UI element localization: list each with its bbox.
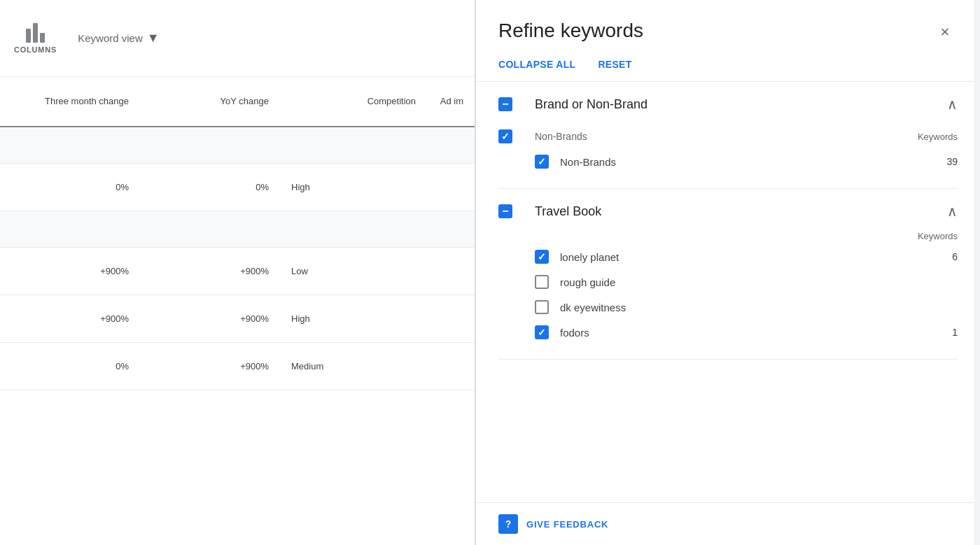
right-panel: Refine keywords × COLLAPSE ALL RESET − B… bbox=[476, 0, 980, 545]
td bbox=[0, 127, 140, 163]
td bbox=[0, 211, 140, 247]
travel-book-section-title: Travel Book bbox=[535, 204, 936, 219]
travel-book-col-headers: Keywords bbox=[498, 231, 958, 244]
td-yoy-change: +900% bbox=[140, 295, 280, 342]
non-brands-group-row: ✓ Non-Brands Keywords bbox=[498, 124, 958, 149]
refine-title: Refine keywords bbox=[498, 20, 643, 42]
dropdown-arrow-icon: ▼ bbox=[147, 31, 160, 45]
refine-content: − Brand or Non-Brand ∧ ✓ Non-Brands Keyw… bbox=[476, 82, 980, 502]
lonely-planet-checkbox[interactable]: ✓ bbox=[535, 250, 549, 264]
columns-icon bbox=[26, 23, 45, 43]
td-three-month-change: +900% bbox=[0, 248, 140, 295]
fodors-label: fodors bbox=[560, 327, 952, 339]
refine-actions: COLLAPSE ALL RESET bbox=[476, 45, 980, 82]
fodors-checkbox[interactable]: ✓ bbox=[535, 325, 549, 339]
td bbox=[427, 211, 475, 247]
table-row: +900% +900% High bbox=[0, 295, 475, 343]
brand-section-title: Brand or Non-Brand bbox=[535, 97, 936, 112]
non-brands-item-checkbox[interactable]: ✓ bbox=[535, 155, 549, 169]
non-brands-item-row: ✓ Non-Brands 39 bbox=[498, 149, 958, 174]
checkmark-icon: ✓ bbox=[538, 327, 546, 337]
feedback-icon: ? bbox=[498, 514, 518, 534]
td-ad-im bbox=[427, 164, 475, 211]
td-competition: High bbox=[280, 295, 427, 342]
section-header-brand: − Brand or Non-Brand ∧ bbox=[498, 96, 958, 113]
fodors-count: 1 bbox=[952, 327, 958, 338]
table-row bbox=[0, 211, 475, 248]
checkmark-icon: ✓ bbox=[501, 132, 510, 141]
td bbox=[280, 211, 427, 247]
spacer bbox=[535, 231, 918, 241]
table-row bbox=[0, 127, 475, 164]
td-yoy-change: 0% bbox=[140, 164, 280, 211]
collapse-all-button[interactable]: COLLAPSE ALL bbox=[498, 59, 575, 70]
table-container: Three month change YoY change Competitio… bbox=[0, 77, 475, 545]
td-three-month-change: +900% bbox=[0, 295, 140, 342]
table-row: 0% +900% Medium bbox=[0, 343, 475, 390]
feedback-label: GIVE FEEDBACK bbox=[526, 519, 608, 530]
brand-section-checkbox[interactable]: − bbox=[498, 97, 512, 111]
columns-button[interactable]: COLUMNS bbox=[14, 23, 57, 54]
td bbox=[427, 127, 475, 163]
scrollbar[interactable] bbox=[974, 0, 980, 545]
minus-icon: − bbox=[502, 206, 508, 217]
feedback-footer[interactable]: ? GIVE FEEDBACK bbox=[476, 502, 980, 545]
left-panel: COLUMNS Keyword view ▼ Three month chang… bbox=[0, 0, 476, 545]
checkmark-icon: ✓ bbox=[538, 157, 546, 167]
reset-button[interactable]: RESET bbox=[598, 59, 631, 70]
td-ad-im bbox=[427, 343, 475, 390]
travel-book-section-chevron-icon[interactable]: ∧ bbox=[947, 203, 958, 220]
th-three-month-change: Three month change bbox=[0, 77, 140, 126]
th-ad-im: Ad im bbox=[427, 77, 475, 126]
non-brands-group-col-header: Keywords bbox=[918, 132, 958, 142]
lonely-planet-row: ✓ lonely planet 6 bbox=[498, 244, 958, 269]
lonely-planet-label: lonely planet bbox=[560, 251, 952, 263]
th-yoy-change: YoY change bbox=[140, 77, 280, 126]
td-ad-im bbox=[427, 248, 475, 295]
col-bar-3 bbox=[40, 33, 45, 43]
table-row: +900% +900% Low bbox=[0, 248, 475, 295]
td-three-month-change: 0% bbox=[0, 343, 140, 390]
columns-label: COLUMNS bbox=[14, 45, 57, 54]
dk-eyewitness-checkbox[interactable] bbox=[535, 300, 549, 314]
table-header: Three month change YoY change Competitio… bbox=[0, 77, 475, 127]
rough-guide-label: rough guide bbox=[560, 276, 958, 288]
col-bar-1 bbox=[26, 29, 31, 43]
td-three-month-change: 0% bbox=[0, 164, 140, 211]
table-row: 0% 0% High bbox=[0, 164, 475, 211]
section-header-travel-book: − Travel Book ∧ bbox=[498, 203, 958, 220]
close-button[interactable]: × bbox=[932, 20, 958, 45]
td bbox=[140, 127, 280, 163]
keyword-view-button[interactable]: Keyword view ▼ bbox=[78, 31, 159, 45]
toolbar: COLUMNS Keyword view ▼ bbox=[0, 0, 475, 77]
td bbox=[140, 211, 280, 247]
rough-guide-row: rough guide bbox=[498, 269, 958, 295]
filter-section-travel-book: − Travel Book ∧ Keywords ✓ lonely planet… bbox=[498, 189, 958, 360]
col-bar-2 bbox=[33, 23, 38, 43]
travel-book-section-checkbox[interactable]: − bbox=[498, 204, 512, 218]
th-competition: Competition bbox=[280, 77, 427, 126]
close-icon: × bbox=[941, 23, 950, 41]
lonely-planet-count: 6 bbox=[952, 251, 958, 262]
checkmark-icon: ✓ bbox=[538, 252, 546, 262]
td-yoy-change: +900% bbox=[140, 248, 280, 295]
minus-icon: − bbox=[502, 99, 508, 110]
keyword-view-label: Keyword view bbox=[78, 32, 143, 44]
td bbox=[280, 127, 427, 163]
brand-section-chevron-icon[interactable]: ∧ bbox=[947, 96, 958, 113]
non-brands-item-label: Non-Brands bbox=[560, 156, 946, 168]
td-yoy-change: +900% bbox=[140, 343, 280, 390]
refine-header: Refine keywords × bbox=[476, 0, 980, 45]
rough-guide-checkbox[interactable] bbox=[535, 275, 549, 289]
td-competition: Medium bbox=[280, 343, 427, 390]
non-brands-item-count: 39 bbox=[946, 156, 958, 167]
fodors-row: ✓ fodors 1 bbox=[498, 320, 958, 345]
td-ad-im bbox=[427, 295, 475, 342]
non-brands-group-label: Non-Brands bbox=[535, 131, 918, 142]
table-body: 0% 0% High +900% +900% Low +900% bbox=[0, 127, 475, 390]
feedback-icon-label: ? bbox=[505, 518, 512, 530]
td-competition: High bbox=[280, 164, 427, 211]
non-brands-group-checkbox[interactable]: ✓ bbox=[498, 129, 512, 143]
td-competition: Low bbox=[280, 248, 427, 295]
dk-eyewitness-row: dk eyewitness bbox=[498, 295, 958, 320]
